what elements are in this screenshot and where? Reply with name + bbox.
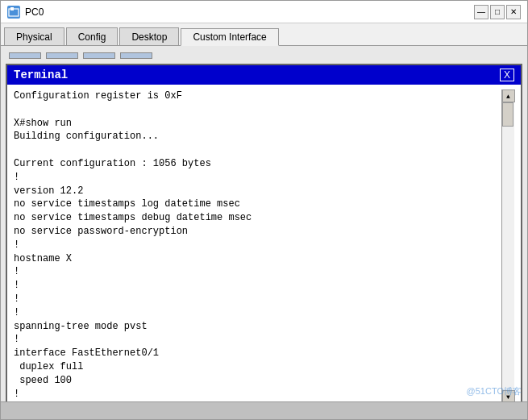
main-window: PC0 — □ ✕ Physical Config Desktop Custom… bbox=[0, 0, 528, 420]
scrollbar-track bbox=[502, 102, 514, 390]
title-bar: PC0 — □ ✕ bbox=[1, 1, 527, 23]
port-indicator bbox=[83, 52, 115, 59]
scrollbar-up-button[interactable]: ▲ bbox=[502, 89, 515, 102]
terminal-body[interactable]: Configuration register is 0xF X#show run… bbox=[7, 85, 521, 401]
bottom-bar bbox=[1, 401, 527, 419]
svg-rect-1 bbox=[10, 7, 14, 10]
watermark: @51CTO博客 bbox=[467, 385, 522, 397]
tab-desktop[interactable]: Desktop bbox=[119, 27, 179, 45]
title-controls: — □ ✕ bbox=[474, 5, 521, 19]
close-button[interactable]: ✕ bbox=[506, 5, 521, 19]
window-icon bbox=[7, 6, 20, 19]
svg-point-2 bbox=[15, 10, 18, 12]
window-title: PC0 bbox=[25, 6, 44, 18]
terminal-output: Configuration register is 0xF X#show run… bbox=[14, 89, 501, 401]
port-indicator bbox=[9, 52, 41, 59]
minimize-button[interactable]: — bbox=[474, 5, 489, 19]
terminal-window: Terminal X Configuration register is 0xF… bbox=[6, 64, 522, 401]
content-area: Terminal X Configuration register is 0xF… bbox=[1, 46, 527, 401]
tab-physical[interactable]: Physical bbox=[4, 27, 64, 45]
title-bar-left: PC0 bbox=[7, 6, 44, 19]
maximize-button[interactable]: □ bbox=[490, 5, 505, 19]
port-indicator bbox=[120, 52, 152, 59]
terminal-scrollbar[interactable]: ▲ ▼ bbox=[501, 89, 514, 401]
port-indicators bbox=[6, 51, 522, 60]
tab-custom-interface[interactable]: Custom Interface bbox=[181, 28, 278, 46]
terminal-close-button[interactable]: X bbox=[500, 69, 514, 81]
terminal-title: Terminal bbox=[14, 69, 68, 81]
terminal-header: Terminal X bbox=[7, 65, 521, 85]
scrollbar-thumb[interactable] bbox=[502, 102, 513, 127]
port-indicator bbox=[46, 52, 78, 59]
tab-bar: Physical Config Desktop Custom Interface bbox=[1, 23, 527, 46]
tab-config[interactable]: Config bbox=[66, 27, 118, 45]
